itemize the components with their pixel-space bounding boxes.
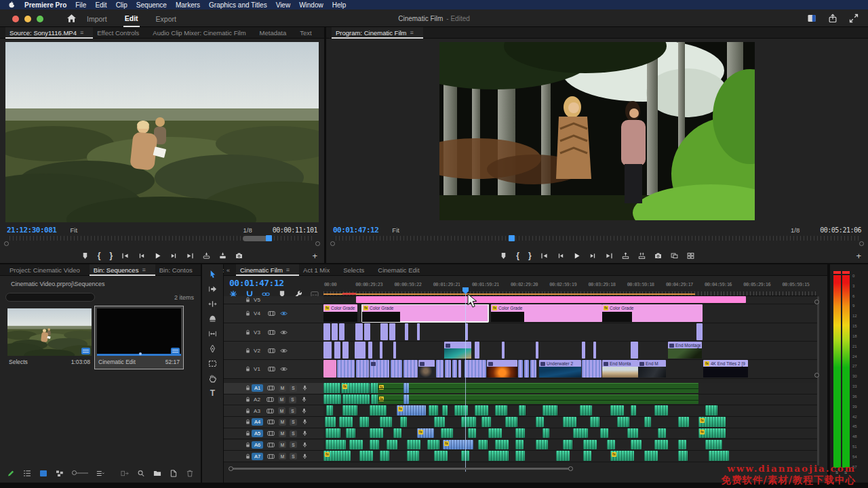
timeline-timecode[interactable]: 00:01:47:12 — [229, 278, 284, 288]
mute-button[interactable]: M — [279, 419, 286, 426]
timeline-clip[interactable] — [495, 440, 509, 450]
timeline-clip[interactable] — [542, 405, 557, 415]
timeline-clip[interactable] — [403, 360, 418, 378]
timeline-clip[interactable] — [434, 451, 448, 461]
timeline-clip[interactable] — [654, 405, 668, 415]
timeline-clip[interactable] — [502, 342, 505, 359]
timeline-clip[interactable] — [582, 360, 601, 378]
timeline-clip[interactable]: fx — [417, 428, 434, 439]
folder-icon[interactable] — [153, 470, 161, 477]
timeline-clip[interactable] — [678, 440, 686, 450]
timeline-clip[interactable] — [593, 342, 596, 359]
menu-item-sequence[interactable]: Sequence — [136, 1, 167, 9]
voiceover-mic-icon[interactable] — [300, 396, 308, 403]
search-input[interactable] — [12, 294, 91, 301]
source-patch-icon[interactable] — [267, 430, 275, 436]
panel-menu-icon[interactable]: ≡ — [80, 29, 83, 36]
timeline-clip[interactable] — [454, 405, 468, 415]
automate-icon[interactable] — [121, 470, 129, 477]
source-patch-icon[interactable] — [267, 453, 275, 460]
timeline-clip[interactable] — [458, 360, 461, 378]
timeline-clip[interactable] — [339, 323, 344, 340]
timeline-clip[interactable] — [380, 451, 389, 461]
timeline-clip[interactable] — [370, 440, 379, 450]
track-name[interactable]: V3 — [252, 329, 262, 336]
timeline-clip[interactable] — [515, 428, 525, 439]
timeline-clip[interactable] — [582, 342, 585, 359]
timeline-clip[interactable] — [389, 323, 395, 340]
menu-item-premiere-pro[interactable]: Premiere Pro — [24, 1, 66, 9]
stepback-icon[interactable] — [138, 252, 145, 260]
gotoin-icon[interactable] — [121, 252, 129, 260]
share-icon[interactable] — [828, 14, 837, 23]
timeline-clip[interactable] — [600, 428, 608, 439]
timeline-clip[interactable] — [434, 417, 445, 427]
timeline-clip[interactable] — [380, 342, 382, 359]
menu-item-window[interactable]: Window — [299, 1, 323, 9]
button-editor-plus[interactable]: + — [856, 251, 861, 261]
voiceover-mic-icon[interactable] — [300, 408, 308, 414]
source-patch-icon[interactable] — [267, 442, 275, 448]
timeline-clip[interactable] — [475, 405, 488, 415]
stepback-icon[interactable] — [557, 252, 564, 260]
program-video-preview[interactable] — [439, 42, 755, 220]
timeline-clip[interactable] — [678, 417, 689, 427]
timeline-clip[interactable] — [696, 323, 703, 340]
timeline-clip[interactable] — [393, 428, 401, 439]
timeline-clip[interactable] — [610, 405, 624, 415]
tab-effect-controls[interactable]: Effect Controls — [93, 27, 149, 39]
track-lane-a4[interactable]: fx — [323, 417, 817, 428]
insert-icon[interactable] — [203, 252, 210, 260]
track-header-a3[interactable]: A3MS — [224, 405, 323, 417]
track-lane-a2[interactable]: fx — [323, 394, 817, 406]
lock-icon[interactable] — [244, 453, 252, 460]
timeline-clip[interactable] — [627, 428, 638, 439]
timeline-clip[interactable] — [580, 405, 592, 415]
mute-button[interactable]: M — [279, 441, 286, 448]
zoom-slider-track[interactable] — [72, 472, 88, 474]
voiceover-mic-icon[interactable] — [301, 419, 309, 425]
track-name-chip[interactable]: A6 — [252, 441, 263, 449]
tab-bin-sequences[interactable]: Bin: Sequences≡ — [90, 264, 155, 276]
tool-slip-icon[interactable] — [208, 329, 217, 338]
timeline-clip[interactable] — [337, 360, 355, 378]
timeline-clip[interactable] — [478, 440, 488, 450]
mode-tab-import[interactable]: Import — [85, 11, 108, 26]
workspaces-icon[interactable] — [807, 14, 816, 23]
track-lane-a5[interactable]: fxfx — [323, 428, 817, 440]
timeline-clip[interactable]: fx — [397, 405, 426, 415]
tool-trackselect-icon[interactable] — [208, 285, 217, 293]
source-patch-icon[interactable] — [267, 396, 274, 403]
timeline-clip[interactable] — [709, 451, 729, 461]
timeline-clip[interactable] — [323, 323, 330, 340]
track-lane-a1[interactable]: fxfx — [323, 383, 817, 394]
item-name[interactable]: Selects — [9, 359, 28, 365]
tool-razor-icon[interactable] — [208, 314, 217, 323]
multicam-icon[interactable] — [687, 252, 694, 260]
stepfwd-icon[interactable] — [170, 252, 178, 260]
lock-icon[interactable] — [244, 385, 252, 391]
panel-menu-icon[interactable]: ≡ — [410, 29, 414, 36]
lock-icon[interactable] — [244, 310, 252, 317]
solo-button[interactable]: S — [290, 419, 297, 426]
timeline-clip[interactable] — [407, 451, 419, 461]
tool-type-icon[interactable]: T — [210, 389, 215, 397]
track-header-v1[interactable]: V1 — [224, 360, 323, 379]
timeline-clip[interactable] — [380, 417, 392, 427]
timeline-clip[interactable] — [355, 323, 363, 340]
timeline-clip[interactable] — [442, 405, 448, 415]
timeline-clip[interactable] — [583, 451, 591, 461]
timeline-clip-4k-end-titles-2-9[interactable]: fx4K End Titles 2 [9 — [703, 360, 748, 378]
track-lane-a6[interactable]: fx — [323, 440, 817, 451]
source-patch-icon[interactable] — [267, 385, 275, 391]
timeline-clip[interactable] — [590, 417, 599, 427]
timeline-clip[interactable] — [631, 342, 638, 359]
program-scrubber[interactable] — [330, 236, 864, 247]
track-name-chip[interactable]: A1 — [252, 384, 263, 392]
solo-button[interactable]: S — [290, 441, 297, 448]
tab-program[interactable]: Program: Cinematic Film≡ — [332, 27, 423, 39]
track-lane-v5[interactable] — [323, 296, 817, 304]
timeline-clip[interactable] — [334, 342, 340, 359]
breadcrumb[interactable]: Cinematic Video.prproj\Sequences — [5, 281, 104, 287]
sort-icon[interactable] — [96, 470, 104, 477]
